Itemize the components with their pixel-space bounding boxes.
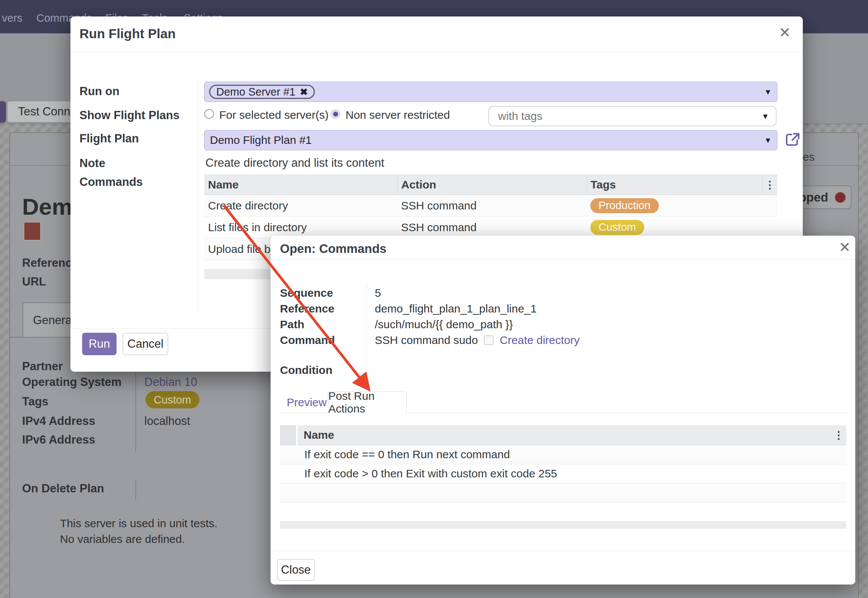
unit-test-note: This server is used in unit tests.	[60, 517, 217, 530]
flight-plan-select[interactable]: Demo Flight Plan #1 ▾	[204, 130, 777, 150]
open-commands-modal: Open: Commands ✕ Sequence 5 Reference de…	[271, 236, 855, 585]
radio-non-restricted-label[interactable]: Non server restricted	[346, 109, 450, 121]
commands-label: Commands	[79, 175, 143, 189]
reference-label: Reference	[280, 302, 334, 315]
os-value-link[interactable]: Debian 10	[144, 375, 197, 389]
plan-description: Create directory and list its content	[205, 156, 384, 170]
col-name[interactable]: Name	[297, 425, 831, 445]
table-row-empty[interactable]	[280, 502, 846, 522]
reference-value: demo_flight_plan_1_plan_line_1	[375, 302, 537, 315]
hidden-primary-button-fragment[interactable]	[0, 101, 6, 123]
show-flight-plans-label: Show Flight Plans	[79, 109, 180, 122]
command-value-row: SSH command sudo Create directory	[375, 334, 580, 347]
modal-footer-divider	[271, 551, 855, 551]
command-value: SSH command sudo	[375, 334, 478, 347]
table-row[interactable]: Create directory SSH command Production	[204, 195, 777, 217]
close-button[interactable]: Close	[277, 559, 315, 581]
modal-title: Open: Commands	[280, 242, 386, 256]
radio-non-server-restricted[interactable]	[331, 109, 340, 119]
on-delete-plan-label: On Delete Plan	[22, 482, 104, 495]
server-tag-chip[interactable]: Demo Server #1 ✖	[209, 85, 315, 99]
post-run-actions-table: Name ⋮ If exit code == 0 then Run next c…	[280, 425, 846, 529]
radio-for-selected-label[interactable]: For selected server(s)	[219, 109, 329, 121]
path-label: Path	[280, 318, 304, 331]
modal-title: Run Flight Plan	[79, 26, 176, 41]
tag-badge-production: Production	[590, 198, 659, 213]
screen: vers Commands Files Tools Settings Test …	[0, 0, 868, 598]
with-tags-placeholder: with tags	[498, 110, 542, 123]
partner-label: Partner	[22, 360, 63, 373]
condition-label: Condition	[280, 364, 332, 377]
status-label: pped	[799, 190, 828, 205]
chevron-down-icon[interactable]: ▾	[766, 135, 770, 145]
sheet-tab-fragment[interactable]: es	[803, 151, 815, 163]
server-tag-label: Demo Server #1	[216, 86, 295, 98]
label-column-divider	[367, 284, 367, 378]
ipv6-label: IPv6 Address	[22, 433, 95, 447]
nav-item-servers[interactable]: vers	[2, 12, 22, 24]
flight-plan-value: Demo Flight Plan #1	[210, 134, 312, 147]
field-divider	[135, 480, 136, 501]
with-tags-dropdown[interactable]: with tags ▾	[488, 106, 777, 126]
modal-header-divider	[70, 52, 803, 52]
path-value: /such/much/{{ demo_path }}	[375, 318, 513, 331]
table-header-row: Name Action Tags ⋮	[204, 175, 777, 195]
table-row[interactable]: If exit code > 0 then Exit with custom e…	[280, 464, 846, 483]
os-label: Operating System	[22, 375, 121, 389]
table-row-empty[interactable]	[280, 483, 846, 502]
tag-badge-custom: Custom	[145, 391, 199, 408]
label-column-divider	[198, 80, 198, 312]
reference-label: Reference	[22, 256, 78, 270]
command-label: Command	[280, 334, 335, 347]
tab-post-run-actions[interactable]: Post Run Actions	[328, 391, 407, 413]
color-swatch[interactable]	[23, 221, 41, 241]
run-on-label: Run on	[79, 85, 120, 98]
create-directory-checkbox[interactable]	[484, 335, 494, 345]
external-link-icon[interactable]	[784, 131, 801, 148]
variables-note: No variables are defined.	[60, 533, 185, 546]
radio-for-selected-servers[interactable]	[204, 109, 214, 119]
run-button[interactable]: Run	[82, 333, 117, 355]
flight-plan-label: Flight Plan	[79, 132, 139, 145]
ipv4-label: IPv4 Address	[22, 414, 95, 428]
cancel-button[interactable]: Cancel	[123, 333, 168, 355]
select-column-header[interactable]	[280, 425, 297, 445]
tag-badge-custom: Custom	[590, 220, 644, 235]
table-footer-strip[interactable]	[280, 522, 846, 529]
table-row[interactable]: If exit code == 0 then Run next command	[280, 445, 846, 464]
remove-tag-icon[interactable]: ✖	[300, 87, 308, 97]
col-tags[interactable]: Tags	[587, 175, 762, 195]
url-label: URL	[22, 275, 46, 289]
ipv4-value: localhost	[144, 414, 190, 428]
tags-label: Tags	[22, 395, 48, 408]
chevron-down-icon[interactable]: ▾	[763, 111, 768, 121]
note-label: Note	[79, 157, 105, 170]
kebab-icon[interactable]: ⋮	[834, 429, 844, 441]
modal-header-divider	[271, 259, 855, 260]
sequence-label: Sequence	[280, 287, 333, 299]
table-header-row: Name ⋮	[280, 425, 846, 445]
create-directory-link[interactable]: Create directory	[500, 334, 579, 347]
col-name[interactable]: Name	[204, 175, 397, 195]
close-icon[interactable]: ✕	[779, 25, 791, 40]
kebab-icon[interactable]: ⋮	[765, 179, 775, 191]
tab-preview[interactable]: Preview	[287, 396, 327, 409]
col-action[interactable]: Action	[397, 175, 587, 195]
run-on-multiselect[interactable]: Demo Server #1 ✖ ▾	[204, 82, 777, 102]
status-dot-icon	[835, 192, 846, 203]
radio-selected-dot	[333, 112, 338, 117]
close-icon[interactable]: ✕	[839, 240, 851, 254]
table-row[interactable]: List files in directory SSH command Cust…	[204, 217, 777, 238]
sequence-value: 5	[375, 287, 381, 299]
chevron-down-icon[interactable]: ▾	[766, 87, 770, 97]
